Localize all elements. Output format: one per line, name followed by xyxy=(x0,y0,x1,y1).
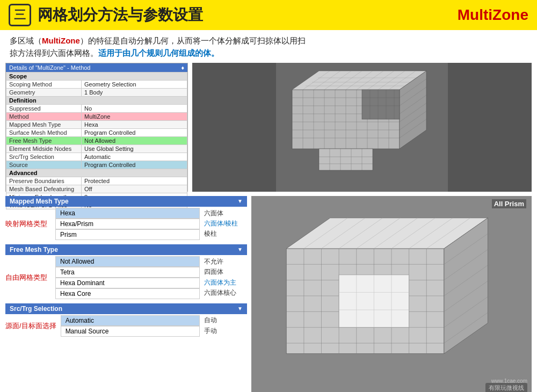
list-item[interactable]: Hexa/Prism xyxy=(55,219,200,229)
free-mesh-translations: 不允许 四面体 六面体为主 六面体核心 xyxy=(204,257,247,298)
header: 三 网格划分方法与参数设置 MultiZone xyxy=(0,0,537,30)
right-image-label: All Prism xyxy=(492,199,526,208)
list-item[interactable]: Tetra xyxy=(55,267,200,278)
table-row: Preserve BoundariesProtected xyxy=(6,177,187,185)
table-row: Mapped Mesh TypeHexa xyxy=(6,120,187,128)
dropdown-arrow-icon: ▼ xyxy=(237,198,243,204)
src-trg-label-row: 源面/目标面选择 Automatic Manual Source 自动 手动 xyxy=(5,314,247,338)
right-mesh-image: All Prism 有限玩微视线 www.1cae.com xyxy=(251,196,532,393)
svg-rect-46 xyxy=(319,149,373,170)
list-item[interactable]: Not Allowed xyxy=(55,256,200,267)
table-row: Mesh Based DefeaturingOff xyxy=(6,185,187,193)
mapped-mesh-section: Mapped Mesh Type ▼ 映射网格类型 Hexa Hexa/Pris… xyxy=(5,196,247,241)
free-mesh-header: Free Mesh Type ▼ xyxy=(5,244,247,255)
header-icon: 三 xyxy=(9,4,31,26)
svg-rect-39 xyxy=(362,90,400,119)
free-mesh-list[interactable]: Not Allowed Tetra Hexa Dominant Hexa Cor… xyxy=(55,256,200,299)
section-advanced: Advanced xyxy=(6,169,187,177)
details-table: Scope Scoping MethodGeometry Selection G… xyxy=(6,72,187,209)
mesh-3d-image xyxy=(192,63,532,192)
details-title: Details of "MultiZone" - Method ♦ xyxy=(6,63,187,72)
free-mesh-section: Free Mesh Type ▼ 自由网格类型 Not Allowed Tetr… xyxy=(5,244,247,300)
src-trg-cn-label: 源面/目标面选择 xyxy=(5,321,56,331)
dropdown-arrow-icon: ▼ xyxy=(237,246,243,252)
bottom-area: Mapped Mesh Type ▼ 映射网格类型 Hexa Hexa/Pris… xyxy=(0,194,537,393)
table-row: SuppressedNo xyxy=(6,104,187,112)
free-mesh-label-row: 自由网格类型 Not Allowed Tetra Hexa Dominant H… xyxy=(5,255,247,300)
main-content: Details of "MultiZone" - Method ♦ Scope … xyxy=(0,63,537,192)
section-definition: Definition xyxy=(6,96,187,104)
section-scope: Scope xyxy=(6,72,187,80)
table-row: Scoping MethodGeometry Selection xyxy=(6,80,187,88)
list-item[interactable]: Automatic xyxy=(61,315,200,326)
src-trg-section: Src/Trg Selection ▼ 源面/目标面选择 Automatic M… xyxy=(5,303,247,338)
src-trg-header: Src/Trg Selection ▼ xyxy=(5,303,247,314)
left-dropdowns: Mapped Mesh Type ▼ 映射网格类型 Hexa Hexa/Pris… xyxy=(5,196,247,393)
details-panel: Details of "MultiZone" - Method ♦ Scope … xyxy=(5,63,188,192)
src-trg-translations: 自动 手动 xyxy=(204,315,247,336)
mapped-mesh-list[interactable]: Hexa Hexa/Prism Prism xyxy=(55,208,200,240)
mapped-mesh-translations: 六面体 六面体/棱柱 棱柱 xyxy=(204,208,247,239)
table-row: Element Midside NodesUse Global Setting xyxy=(6,144,187,153)
table-row-free-mesh: Free Mesh TypeNot Allowed xyxy=(6,136,187,144)
dropdown-arrow-icon: ▼ xyxy=(237,306,243,311)
list-item[interactable]: Hexa Core xyxy=(55,288,200,299)
src-trg-list[interactable]: Automatic Manual Source xyxy=(61,315,200,337)
table-row-source: SourceProgram Controlled xyxy=(6,161,187,169)
mapped-mesh-label-row: 映射网格类型 Hexa Hexa/Prism Prism 六面体 六面体/棱柱 … xyxy=(5,207,247,241)
description: 多区域（MultiZone）的特征是自动分解几何，从而将一个体分解成可扫掠体以用… xyxy=(0,30,537,63)
table-row: Src/Trg SelectionAutomatic xyxy=(6,153,187,161)
watermark2-url: www.1cae.com xyxy=(491,378,527,384)
list-item[interactable]: Prism xyxy=(55,229,200,240)
mapped-mesh-header: Mapped Mesh Type ▼ xyxy=(5,196,247,207)
header-title: 网格划分方法与参数设置 xyxy=(38,5,451,25)
table-row: Geometry1 Body xyxy=(6,88,187,96)
list-item[interactable]: Manual Source xyxy=(61,326,200,337)
watermark: 有限玩微视线 xyxy=(485,383,527,392)
list-item[interactable]: Hexa xyxy=(55,208,200,219)
header-subtitle: MultiZone xyxy=(458,6,528,24)
mapped-mesh-cn-label: 映射网格类型 xyxy=(5,219,51,229)
list-item[interactable]: Hexa Dominant xyxy=(55,278,200,288)
table-row-method: MethodMultiZone xyxy=(6,112,187,120)
table-row: Surface Mesh MethodProgram Controlled xyxy=(6,128,187,136)
free-mesh-cn-label: 自由网格类型 xyxy=(5,273,51,282)
